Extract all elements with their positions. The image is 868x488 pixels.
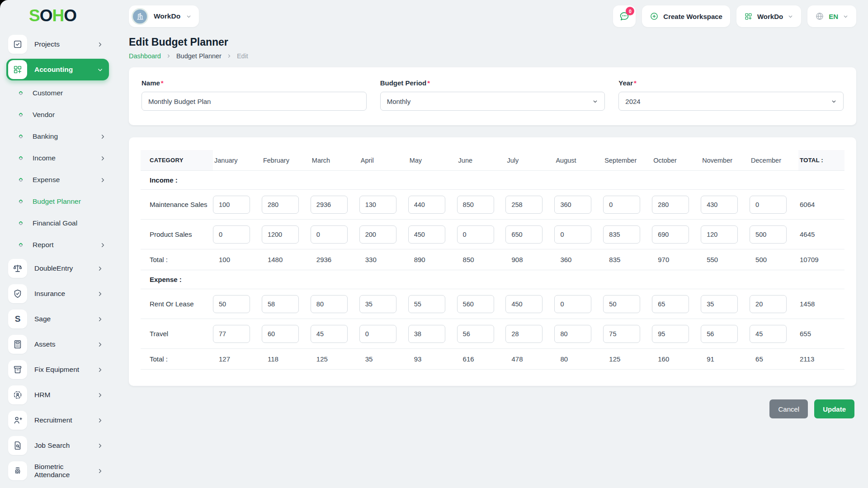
travel-march-input[interactable] bbox=[311, 325, 348, 343]
maintenance-sales-october-input[interactable] bbox=[652, 196, 689, 214]
product-sales-january-input[interactable] bbox=[213, 225, 250, 244]
sidebar-item-label: Sage bbox=[34, 315, 97, 323]
product-sales-march-input[interactable] bbox=[311, 225, 348, 244]
maintenance-sales-february-input[interactable] bbox=[262, 196, 299, 214]
travel-april-input[interactable] bbox=[359, 325, 396, 343]
maintenance-sales-april-input[interactable] bbox=[359, 196, 396, 214]
product-sales-july-input[interactable] bbox=[505, 225, 542, 244]
product-sales-october-input[interactable] bbox=[652, 225, 689, 244]
rent-or-lease-november-input[interactable] bbox=[701, 295, 738, 313]
product-sales-november-input[interactable] bbox=[701, 225, 738, 244]
sidebar-item-job-search[interactable]: Job Search bbox=[6, 435, 109, 456]
rent-or-lease-october-input[interactable] bbox=[652, 295, 689, 313]
budget-cell bbox=[652, 196, 701, 214]
name-input[interactable] bbox=[142, 92, 367, 111]
create-workspace-button[interactable]: Create Workspace bbox=[642, 5, 730, 27]
travel-september-input[interactable] bbox=[603, 325, 640, 343]
sidebar-item-insurance[interactable]: Insurance bbox=[6, 283, 109, 305]
product-sales-september-input[interactable] bbox=[603, 225, 640, 244]
sidebar-item-banking[interactable]: Banking bbox=[6, 127, 109, 145]
language-selector[interactable]: EN bbox=[807, 5, 856, 27]
document-search-icon bbox=[8, 436, 27, 455]
workdo-menu-button[interactable]: WorkDo bbox=[736, 5, 801, 27]
sidebar-item-doubleentry[interactable]: DoubleEntry bbox=[6, 258, 109, 279]
maintenance-sales-november-input[interactable] bbox=[701, 196, 738, 214]
sidebar-item-assets[interactable]: Assets bbox=[6, 333, 109, 355]
category-label: Maintenance Sales bbox=[141, 201, 213, 209]
travel-november-input[interactable] bbox=[701, 325, 738, 343]
year-select[interactable]: 2024 bbox=[618, 92, 844, 111]
rent-or-lease-march-input[interactable] bbox=[311, 295, 348, 313]
column-total-value: 970 bbox=[652, 256, 701, 263]
messages-button[interactable]: 0 bbox=[613, 5, 636, 27]
budget-cell bbox=[652, 295, 701, 313]
breadcrumb-budget-planner[interactable]: Budget Planner bbox=[176, 52, 222, 60]
product-sales-may-input[interactable] bbox=[408, 225, 445, 244]
sidebar-item-fix-equipment[interactable]: Fix Equipment bbox=[6, 359, 109, 380]
budget-cell bbox=[359, 325, 408, 343]
budget-cell bbox=[311, 325, 359, 343]
soho-logo[interactable]: SOHO bbox=[0, 5, 115, 33]
sidebar-nav: ProjectsAccountingCustomerVendorBankingI… bbox=[0, 33, 115, 482]
product-sales-june-input[interactable] bbox=[457, 225, 494, 244]
rent-or-lease-may-input[interactable] bbox=[408, 295, 445, 313]
sidebar-item-recruitment[interactable]: Recruitment bbox=[6, 409, 109, 431]
row-total-value: 1458 bbox=[798, 300, 844, 308]
rent-or-lease-august-input[interactable] bbox=[554, 295, 591, 313]
rent-or-lease-january-input[interactable] bbox=[213, 295, 250, 313]
budget-row-rent-or-lease: Rent Or Lease1458 bbox=[141, 289, 844, 319]
rent-or-lease-june-input[interactable] bbox=[457, 295, 494, 313]
sidebar-item-hrm[interactable]: HRM bbox=[6, 384, 109, 406]
rent-or-lease-april-input[interactable] bbox=[359, 295, 396, 313]
sidebar-item-accounting[interactable]: Accounting bbox=[6, 59, 109, 80]
maintenance-sales-january-input[interactable] bbox=[213, 196, 250, 214]
workspace-switcher[interactable]: WorkDo bbox=[129, 5, 199, 27]
chevron-right-icon bbox=[97, 41, 104, 48]
product-sales-august-input[interactable] bbox=[554, 225, 591, 244]
rent-or-lease-december-input[interactable] bbox=[750, 295, 787, 313]
travel-august-input[interactable] bbox=[554, 325, 591, 343]
month-column-header-december: December bbox=[750, 157, 798, 164]
column-total-value: 500 bbox=[750, 256, 798, 263]
budget-period-select[interactable]: Monthly bbox=[380, 92, 605, 111]
budget-period-label: Budget Period* bbox=[380, 79, 605, 87]
travel-january-input[interactable] bbox=[213, 325, 250, 343]
maintenance-sales-july-input[interactable] bbox=[505, 196, 542, 214]
budget-cell bbox=[701, 196, 750, 214]
maintenance-sales-december-input[interactable] bbox=[750, 196, 787, 214]
travel-july-input[interactable] bbox=[505, 325, 542, 343]
travel-february-input[interactable] bbox=[262, 325, 299, 343]
rent-or-lease-february-input[interactable] bbox=[262, 295, 299, 313]
name-label: Name* bbox=[142, 79, 367, 87]
travel-june-input[interactable] bbox=[457, 325, 494, 343]
sidebar-item-budget-planner[interactable]: Budget Planner bbox=[6, 192, 109, 211]
travel-october-input[interactable] bbox=[652, 325, 689, 343]
product-sales-february-input[interactable] bbox=[262, 225, 299, 244]
product-sales-april-input[interactable] bbox=[359, 225, 396, 244]
travel-december-input[interactable] bbox=[750, 325, 787, 343]
sidebar-item-projects[interactable]: Projects bbox=[6, 33, 109, 55]
sidebar-item-biometric-attendance[interactable]: Biometric Attendance bbox=[6, 460, 109, 482]
sidebar-item-expense[interactable]: Expense bbox=[6, 171, 109, 189]
maintenance-sales-march-input[interactable] bbox=[311, 196, 348, 214]
maintenance-sales-september-input[interactable] bbox=[603, 196, 640, 214]
maintenance-sales-may-input[interactable] bbox=[408, 196, 445, 214]
sidebar-item-income[interactable]: Income bbox=[6, 149, 109, 167]
sidebar-item-vendor[interactable]: Vendor bbox=[6, 106, 109, 124]
update-button[interactable]: Update bbox=[814, 399, 854, 418]
sidebar-item-customer[interactable]: Customer bbox=[6, 84, 109, 102]
rent-or-lease-september-input[interactable] bbox=[603, 295, 640, 313]
chevron-right-icon bbox=[97, 341, 104, 348]
maintenance-sales-august-input[interactable] bbox=[554, 196, 591, 214]
maintenance-sales-june-input[interactable] bbox=[457, 196, 494, 214]
cancel-button[interactable]: Cancel bbox=[769, 399, 808, 418]
rent-or-lease-july-input[interactable] bbox=[505, 295, 542, 313]
breadcrumb-dashboard[interactable]: Dashboard bbox=[129, 52, 161, 60]
sidebar-item-financial-goal[interactable]: Financial Goal bbox=[6, 214, 109, 232]
product-sales-december-input[interactable] bbox=[750, 225, 787, 244]
travel-may-input[interactable] bbox=[408, 325, 445, 343]
column-total-value: 80 bbox=[554, 355, 603, 363]
sidebar-item-sage[interactable]: SSage bbox=[6, 308, 109, 330]
name-field: Name* bbox=[142, 79, 367, 111]
sidebar-item-report[interactable]: Report bbox=[6, 236, 109, 254]
